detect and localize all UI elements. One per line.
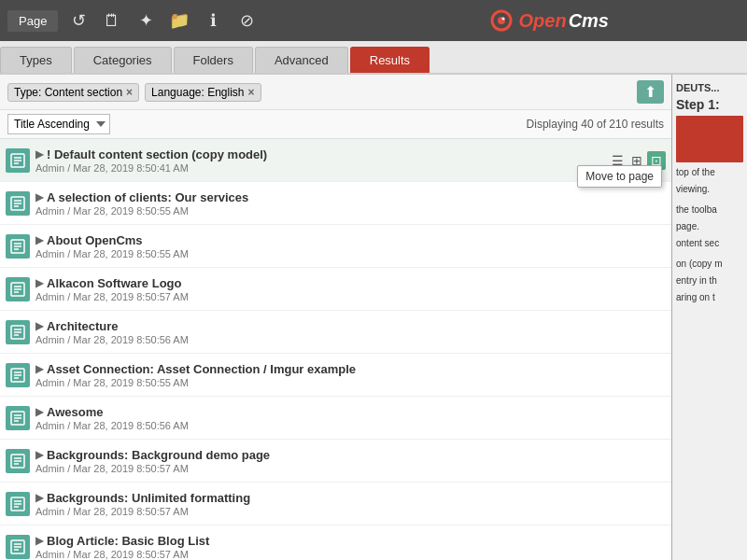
result-meta: Admin / Mar 28, 2019 8:50:55 AM (35, 205, 666, 217)
result-content: ▶ Asset Connection: Asset Connection / I… (35, 362, 666, 388)
clipboard-icon[interactable]: 🗒 (99, 11, 125, 31)
result-title: ▶ About OpenCms (35, 233, 666, 247)
type-filter-remove[interactable]: × (126, 86, 133, 99)
result-icon (6, 234, 30, 259)
result-title: ▶ Backgrounds: Background demo page (35, 448, 666, 462)
table-row: ▶ Asset Connection: Asset Connection / I… (0, 354, 671, 397)
sort-bar: Title Ascending Displaying 40 of 210 res… (0, 110, 671, 139)
result-title: ▶ Backgrounds: Unlimited formatting (35, 491, 666, 505)
result-meta: Admin / Mar 28, 2019 8:50:57 AM (35, 549, 666, 560)
result-meta: Admin / Mar 28, 2019 8:50:57 AM (35, 506, 666, 517)
result-icon (6, 191, 30, 216)
filter-bar: Type: Content section × Language: Englis… (0, 75, 671, 110)
right-panel: DEUTS... Step 1: top of the viewing. the… (672, 75, 747, 560)
upload-button[interactable]: ⬆ (637, 80, 664, 104)
table-row: ▶ Blog Article: Basic Blog List Admin / … (0, 525, 671, 560)
right-text-content-sec: ontent sec (676, 237, 743, 250)
right-text-page: page. (676, 220, 743, 233)
result-meta: Admin / Mar 28, 2019 8:50:56 AM (35, 334, 666, 345)
results-count: Displaying 40 of 210 results (527, 118, 664, 131)
left-panel: Type: Content section × Language: Englis… (0, 75, 672, 560)
result-icon (6, 449, 30, 473)
result-content: ▶ A selection of clients: Our services A… (35, 190, 666, 217)
sort-select[interactable]: Title Ascending (7, 114, 110, 134)
result-icon (6, 535, 30, 559)
table-row: ▶ ! Default content section (copy model)… (0, 139, 671, 182)
tab-types[interactable]: Types (0, 47, 72, 73)
result-meta: Admin / Mar 28, 2019 8:50:41 AM (35, 162, 603, 174)
step-label: Step 1: (676, 97, 743, 112)
result-title: ▶ Architecture (35, 319, 666, 333)
result-icon (6, 320, 30, 344)
expand-arrow[interactable]: ▶ (35, 492, 43, 504)
result-title: ▶ Blog Article: Basic Blog List (35, 534, 666, 548)
result-icon (6, 492, 30, 516)
logo-open-text: Open (519, 10, 567, 32)
right-panel-content: DEUTS... Step 1: top of the viewing. the… (672, 75, 747, 312)
result-icon (6, 277, 30, 301)
move-to-page-tooltip: Move to page (577, 165, 662, 188)
lang-filter-remove[interactable]: × (248, 86, 255, 99)
result-meta: Admin / Mar 28, 2019 8:50:57 AM (35, 291, 666, 302)
red-block (676, 116, 743, 162)
expand-arrow[interactable]: ▶ (35, 363, 43, 375)
expand-arrow[interactable]: ▶ (35, 191, 43, 203)
main-content: Type: Content section × Language: Englis… (0, 75, 747, 560)
result-content: ▶ Blog Article: Basic Blog List Admin / … (35, 534, 666, 560)
result-meta: Admin / Mar 28, 2019 8:50:57 AM (35, 463, 666, 474)
right-text-aring: aring on t (676, 291, 743, 304)
result-content: ▶ Awesome Admin / Mar 28, 2019 8:50:56 A… (35, 405, 666, 431)
result-title: ▶ Asset Connection: Asset Connection / I… (35, 362, 666, 376)
result-title: ▶ Awesome (35, 405, 666, 419)
table-row: ▶ A selection of clients: Our services A… (0, 182, 671, 225)
language-label: DEUTS... (676, 82, 743, 93)
result-meta: Admin / Mar 28, 2019 8:50:56 AM (35, 420, 666, 431)
type-filter-label: Type: Content section (14, 86, 122, 99)
wand-icon[interactable]: ✦ (133, 10, 159, 31)
page-button[interactable]: Page (7, 10, 58, 32)
result-title: ▶ ! Default content section (copy model) (35, 147, 603, 161)
result-title: ▶ A selection of clients: Our services (35, 190, 666, 204)
result-content: ▶ Architecture Admin / Mar 28, 2019 8:50… (35, 319, 666, 345)
right-text-top-of-the: top of the (676, 166, 743, 179)
folder-icon[interactable]: 📁 (166, 10, 192, 31)
expand-arrow[interactable]: ▶ (35, 277, 43, 289)
info-icon[interactable]: ℹ (200, 10, 226, 31)
right-text-viewing: viewing. (676, 183, 743, 196)
tab-results[interactable]: Results (350, 47, 430, 73)
right-text-toolbar: the toolba (676, 203, 743, 217)
results-list: ▶ ! Default content section (copy model)… (0, 139, 671, 560)
history-icon[interactable]: ↺ (65, 10, 92, 31)
type-filter-tag: Type: Content section × (7, 83, 139, 102)
expand-arrow[interactable]: ▶ (35, 406, 43, 418)
tab-advanced[interactable]: Advanced (255, 47, 348, 73)
result-title: ▶ Alkacon Software Logo (35, 276, 666, 290)
logo-cms-text: Cms (569, 10, 609, 32)
nav-tabs: Types Categories Folders Advanced Result… (0, 41, 747, 75)
expand-arrow[interactable]: ▶ (35, 535, 43, 547)
result-content: ▶ ! Default content section (copy model)… (35, 147, 603, 174)
expand-arrow[interactable]: ▶ (35, 234, 43, 246)
circle-slash-icon[interactable]: ⊘ (233, 10, 260, 31)
expand-arrow[interactable]: ▶ (35, 320, 43, 332)
tab-folders[interactable]: Folders (174, 47, 253, 73)
table-row: ▶ Alkacon Software Logo Admin / Mar 28, … (0, 268, 671, 311)
result-content: ▶ About OpenCms Admin / Mar 28, 2019 8:5… (35, 233, 666, 259)
logo-eye-icon (486, 8, 517, 33)
toolbar: Page ↺ 🗒 ✦ 📁 ℹ ⊘ Open Cms (0, 0, 747, 41)
result-icon (6, 148, 30, 173)
table-row: ▶ Backgrounds: Background demo page Admi… (0, 440, 671, 483)
table-row: ▶ Awesome Admin / Mar 28, 2019 8:50:56 A… (0, 397, 671, 440)
opencms-logo: Open Cms (486, 8, 609, 33)
expand-arrow[interactable]: ▶ (35, 449, 43, 461)
expand-arrow[interactable]: ▶ (35, 148, 43, 161)
table-row: ▶ About OpenCms Admin / Mar 28, 2019 8:5… (0, 225, 671, 268)
result-icon (6, 406, 30, 430)
lang-filter-tag: Language: English × (145, 83, 261, 102)
tab-categories[interactable]: Categories (74, 47, 172, 73)
result-content: ▶ Backgrounds: Unlimited formatting Admi… (35, 491, 666, 517)
result-content: ▶ Backgrounds: Background demo page Admi… (35, 448, 666, 474)
right-text-entry: entry in th (676, 274, 743, 287)
table-row: ▶ Architecture Admin / Mar 28, 2019 8:50… (0, 311, 671, 354)
table-row: ▶ Backgrounds: Unlimited formatting Admi… (0, 483, 671, 525)
